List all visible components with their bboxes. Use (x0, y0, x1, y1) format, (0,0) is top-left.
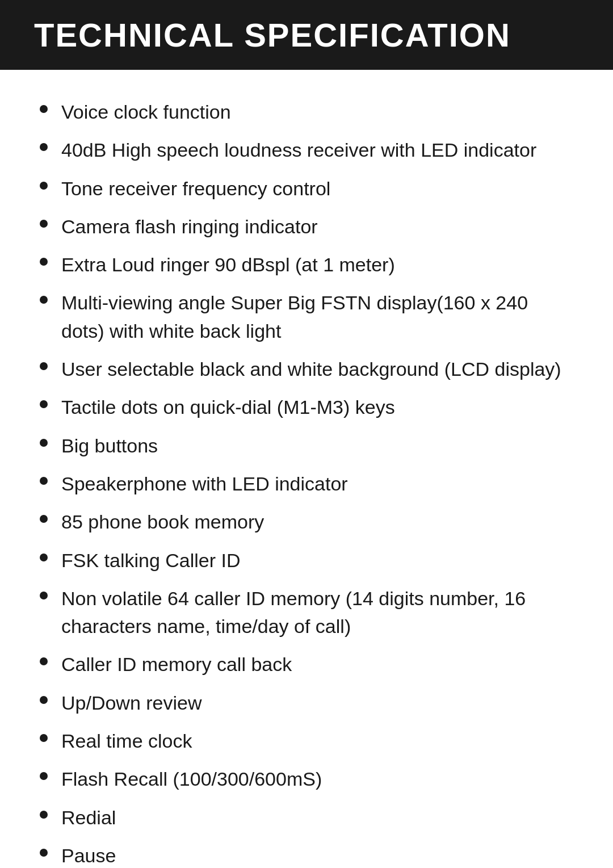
bullet-icon (40, 515, 48, 523)
bullet-icon (40, 105, 48, 113)
bullet-icon (40, 811, 48, 819)
list-item: User selectable black and white backgrou… (40, 355, 573, 383)
bullet-icon (40, 657, 48, 665)
list-item: Camera flash ringing indicator (40, 213, 573, 241)
bullet-icon (40, 477, 48, 485)
list-item: Real time clock (40, 727, 573, 755)
list-item: Caller ID memory call back (40, 651, 573, 678)
list-item: Voice clock function (40, 98, 573, 126)
list-item-text: FSK talking Caller ID (61, 547, 573, 575)
list-item-text: Big buttons (61, 432, 573, 460)
list-item-text: Flash Recall (100/300/600mS) (61, 765, 573, 793)
list-item-text: 40dB High speech loudness receiver with … (61, 136, 573, 164)
bullet-icon (40, 849, 48, 857)
bullet-icon (40, 362, 48, 370)
page-header: TECHNICAL SPECIFICATION (0, 0, 613, 70)
bullet-icon (40, 182, 48, 190)
list-item: Tactile dots on quick-dial (M1-M3) keys (40, 393, 573, 421)
list-item-text: Up/Down review (61, 689, 573, 717)
main-content: Voice clock function40dB High speech lou… (0, 98, 613, 868)
list-item: Extra Loud ringer 90 dBspl (at 1 meter) (40, 251, 573, 279)
bullet-icon (40, 220, 48, 228)
list-item-text: Speakerphone with LED indicator (61, 470, 573, 498)
list-item-text: Multi-viewing angle Super Big FSTN displ… (61, 289, 573, 345)
list-item: Multi-viewing angle Super Big FSTN displ… (40, 289, 573, 345)
list-item: Up/Down review (40, 689, 573, 717)
bullet-icon (40, 400, 48, 408)
list-item: Speakerphone with LED indicator (40, 470, 573, 498)
list-item: Flash Recall (100/300/600mS) (40, 765, 573, 793)
bullet-icon (40, 553, 48, 561)
list-item: Redial (40, 804, 573, 832)
list-item-text: Redial (61, 804, 573, 832)
list-item-text: 85 phone book memory (61, 508, 573, 536)
bullet-icon (40, 143, 48, 151)
list-item-text: Voice clock function (61, 98, 573, 126)
list-item-text: Caller ID memory call back (61, 651, 573, 678)
list-item: 85 phone book memory (40, 508, 573, 536)
bullet-icon (40, 258, 48, 266)
bullet-icon (40, 772, 48, 780)
list-item: FSK talking Caller ID (40, 547, 573, 575)
bullet-icon (40, 296, 48, 304)
list-item-text: Pause (61, 842, 573, 868)
list-item-text: Extra Loud ringer 90 dBspl (at 1 meter) (61, 251, 573, 279)
list-item: Big buttons (40, 432, 573, 460)
list-item-text: Non volatile 64 caller ID memory (14 dig… (61, 585, 573, 641)
page-container: TECHNICAL SPECIFICATION Voice clock func… (0, 0, 613, 868)
page-title: TECHNICAL SPECIFICATION (34, 16, 511, 53)
bullet-icon (40, 734, 48, 742)
feature-list: Voice clock function40dB High speech lou… (40, 98, 573, 868)
list-item-text: Tone receiver frequency control (61, 175, 573, 203)
list-item: Pause (40, 842, 573, 868)
list-item: 40dB High speech loudness receiver with … (40, 136, 573, 164)
list-item-text: Real time clock (61, 727, 573, 755)
list-item-text: Camera flash ringing indicator (61, 213, 573, 241)
bullet-icon (40, 592, 48, 599)
list-item: Non volatile 64 caller ID memory (14 dig… (40, 585, 573, 641)
list-item-text: Tactile dots on quick-dial (M1-M3) keys (61, 393, 573, 421)
list-item-text: User selectable black and white backgrou… (61, 355, 573, 383)
bullet-icon (40, 696, 48, 704)
bullet-icon (40, 439, 48, 447)
list-item: Tone receiver frequency control (40, 175, 573, 203)
